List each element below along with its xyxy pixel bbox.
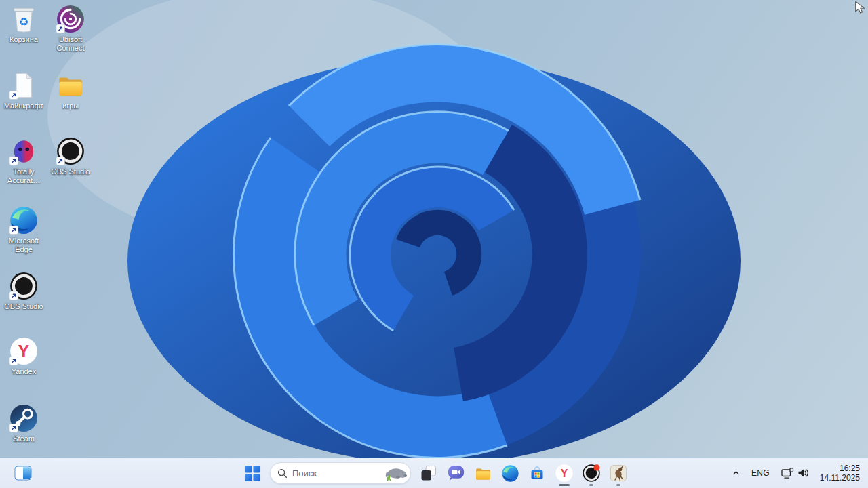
desktop-icon-yandex[interactable]: Yandex — [0, 336, 47, 376]
desktop-icon-label: игры — [62, 102, 79, 110]
mouse-cursor — [854, 1, 866, 14]
widgets-button[interactable] — [9, 460, 37, 487]
shortcut-arrow-icon — [9, 357, 18, 365]
shortcut-arrow-icon — [9, 291, 18, 300]
task-view-icon — [420, 464, 437, 482]
chat-teams-button[interactable] — [442, 460, 469, 487]
shortcut-arrow-icon — [9, 157, 18, 165]
desktop-icon-label: OBS Studio — [51, 167, 90, 176]
active-app-indicator — [559, 484, 570, 486]
widgets-board-icon — [14, 465, 32, 481]
svg-text:♻: ♻ — [18, 16, 28, 28]
desktop-icon-totally-accurate[interactable]: Totally Accurat… — [0, 136, 47, 185]
obs-studio-icon — [582, 464, 601, 483]
desktop-icon-ubisoft-connect[interactable]: Ubisoft Connect — [47, 3, 94, 53]
tray-time: 16:25 — [820, 464, 860, 473]
recycle-bin-icon: ♻ — [9, 4, 39, 34]
microsoft-edge-icon — [501, 464, 519, 483]
desktop-icon-steam[interactable]: Steam — [0, 403, 47, 443]
taskbar-search[interactable]: Поиск — [270, 462, 411, 484]
desktop-wallpaper — [0, 0, 868, 488]
system-tray-quick-settings[interactable] — [776, 461, 814, 485]
yandex-browser-button[interactable] — [551, 460, 578, 487]
clock[interactable]: 16:25 14.11.2025 — [814, 461, 864, 485]
search-placeholder: Поиск — [292, 468, 382, 479]
obs-studio-button[interactable] — [578, 460, 605, 487]
manatee-search-highlight-image[interactable] — [382, 464, 409, 483]
desktop-icon-label: Майнкрафт — [4, 102, 44, 110]
speaker-volume-icon — [797, 468, 809, 479]
folder-icon — [56, 70, 85, 100]
file-explorer-icon — [474, 464, 492, 483]
desktop-icon-label: OBS Studio — [4, 302, 43, 311]
bloom-flower-graphic — [0, 0, 868, 488]
microsoft-store-button[interactable] — [524, 460, 551, 487]
running-app-indicator — [616, 484, 620, 486]
desktop-icon-label: Корзина — [9, 35, 38, 44]
yandex-browser-icon — [555, 464, 574, 483]
chevron-up-icon — [732, 469, 741, 477]
shortcut-arrow-icon — [9, 226, 18, 235]
ethernet-network-icon — [781, 468, 794, 479]
shortcut-arrow-icon — [56, 157, 65, 165]
video-chat-icon — [447, 464, 465, 482]
shortcut-arrow-icon — [9, 91, 18, 100]
task-view-button[interactable] — [415, 460, 442, 487]
start-button[interactable] — [239, 460, 266, 487]
microsoft-edge-button[interactable] — [496, 460, 524, 487]
desktop-icon-obs-studio-2[interactable]: OBS Studio — [0, 270, 47, 311]
desktop-icon-label: Microsoft Edge — [1, 237, 47, 254]
desktop-icon-label: Ubisoft Connect — [47, 35, 94, 53]
windows-start-icon — [244, 465, 261, 482]
shortcut-arrow-icon — [56, 24, 65, 33]
running-app-indicator — [589, 484, 593, 486]
desktop-icon-label: Yandex — [12, 367, 37, 376]
game-window-button[interactable] — [605, 460, 632, 487]
desktop-icon-recycle-bin[interactable]: ♻ Корзина — [0, 3, 47, 44]
file-explorer-button[interactable] — [469, 460, 496, 487]
language-label: ENG — [745, 468, 776, 478]
language-switcher[interactable]: ENG — [745, 461, 776, 485]
desktop-icon-label: Totally Accurat… — [1, 167, 47, 185]
tray-date: 14.11.2025 — [820, 473, 860, 483]
search-icon — [277, 468, 288, 479]
desktop-icon-minecraft[interactable]: Майнкрафт — [0, 70, 47, 110]
desktop-icon-label: Steam — [13, 434, 35, 443]
game-window-icon — [610, 464, 627, 482]
notification-badge — [593, 464, 599, 470]
hidden-icons-button[interactable] — [728, 461, 745, 485]
desktop-icon-obs-studio[interactable]: OBS Studio — [47, 136, 94, 176]
desktop-icon-games-folder[interactable]: игры — [47, 70, 94, 110]
microsoft-store-icon — [528, 464, 546, 482]
shortcut-arrow-icon — [9, 424, 18, 432]
desktop-icon-microsoft-edge[interactable]: Microsoft Edge — [0, 205, 47, 254]
taskbar: Поиск — [0, 458, 868, 488]
